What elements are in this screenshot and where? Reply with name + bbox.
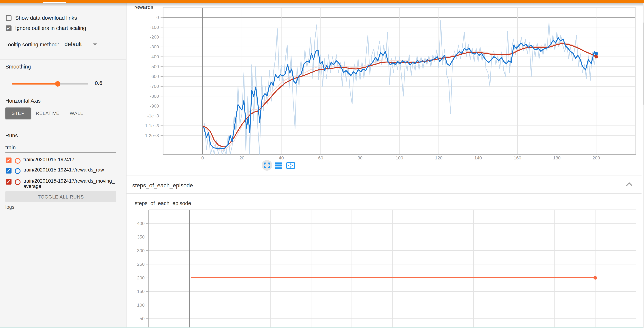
run-color-circle xyxy=(15,168,20,174)
logs-label: logs xyxy=(5,204,14,210)
run-label: train/20201015-192417/rewards_raw xyxy=(24,167,116,172)
run-color-circle xyxy=(15,179,20,185)
toggle-all-runs-button[interactable]: TOGGLE ALL RUNS xyxy=(5,191,116,202)
svg-text:150: 150 xyxy=(137,289,144,294)
run-filter-input[interactable] xyxy=(5,145,112,151)
collapse-chevron-icon[interactable] xyxy=(626,182,632,187)
smoothing-slider-thumb[interactable] xyxy=(55,81,60,86)
run-label: train/20201015-192417/rewards_moving_ave… xyxy=(24,178,116,189)
chevron-down-icon[interactable] xyxy=(93,43,97,45)
rewards-chart-title: rewards xyxy=(134,4,153,10)
section-header-steps-of-each-episode[interactable]: steps_of_each_episode xyxy=(126,175,642,194)
svg-text:200: 200 xyxy=(137,275,144,280)
run-list-item[interactable]: ✓ train/20201015-192417/rewards_raw xyxy=(6,167,116,174)
svg-text:250: 250 xyxy=(137,262,144,267)
section-title: steps_of_each_episode xyxy=(132,182,193,189)
checkbox-label: Ignore outliers in chart scaling xyxy=(15,25,86,31)
svg-text:350: 350 xyxy=(137,234,144,239)
run-filter-underline xyxy=(5,152,116,152)
fit-domain-icon[interactable] xyxy=(287,162,294,168)
smoothing-label: Smoothing xyxy=(5,64,31,70)
ignore-outliers-row[interactable]: ✓ Ignore outliers in chart scaling xyxy=(6,25,86,31)
dropdown-underline xyxy=(64,49,101,49)
tooltip-sorting-select[interactable]: default xyxy=(64,40,82,47)
log-scale-icon[interactable] xyxy=(275,162,282,169)
svg-text:400: 400 xyxy=(137,221,144,226)
run-checkbox[interactable]: ✓ xyxy=(6,179,11,184)
axis-wall-button[interactable]: WALL xyxy=(67,107,86,119)
run-color-circle xyxy=(15,158,20,164)
steps-chart-title: steps_of_each_episode xyxy=(135,200,191,206)
run-checkbox[interactable]: ✓ xyxy=(6,168,11,173)
runs-label: Runs xyxy=(5,133,18,139)
show-data-download-links-checkbox[interactable] xyxy=(6,15,11,21)
active-tab-indicator xyxy=(43,2,66,3)
divider xyxy=(0,60,126,60)
ignore-outliers-checkbox[interactable]: ✓ xyxy=(6,25,11,31)
svg-text:300: 300 xyxy=(137,248,144,253)
checkbox-label: Show data download links xyxy=(15,15,77,21)
smoothing-slider-fill xyxy=(12,83,58,84)
show-data-download-links-row[interactable]: Show data download links xyxy=(6,15,77,21)
smoothing-value-underline xyxy=(94,88,116,88)
tooltip-sorting-label: Tooltip sorting method: xyxy=(5,41,59,48)
axis-step-button[interactable]: STEP xyxy=(5,107,31,119)
run-list-item[interactable]: ✓ train/20201015-192417 xyxy=(6,157,116,164)
divider xyxy=(0,127,126,127)
run-label: train/20201015-192417 xyxy=(24,157,116,162)
run-checkbox[interactable]: ✓ xyxy=(6,158,11,163)
svg-text:100: 100 xyxy=(137,303,144,308)
tensorboard-window: rewards steps_of_each_episode xyxy=(0,0,644,328)
smoothing-value[interactable]: 0.6 xyxy=(95,80,102,86)
window-bottom-edge xyxy=(0,327,644,328)
divider xyxy=(0,92,126,92)
run-list-item[interactable]: ✓ train/20201015-192417/rewards_moving_a… xyxy=(6,178,116,189)
scrollbar-thumb[interactable] xyxy=(643,23,644,105)
svg-text:50: 50 xyxy=(140,316,144,321)
expand-chart-icon[interactable] xyxy=(262,160,272,170)
settings-sidebar: Show data download links ✓ Ignore outlie… xyxy=(0,3,126,328)
chart-toolbar xyxy=(261,160,302,171)
tensorboard-header-bar xyxy=(0,0,644,3)
horizontal-axis-label: Horizontal Axis xyxy=(5,98,40,104)
axis-relative-button[interactable]: RELATIVE xyxy=(36,107,59,119)
